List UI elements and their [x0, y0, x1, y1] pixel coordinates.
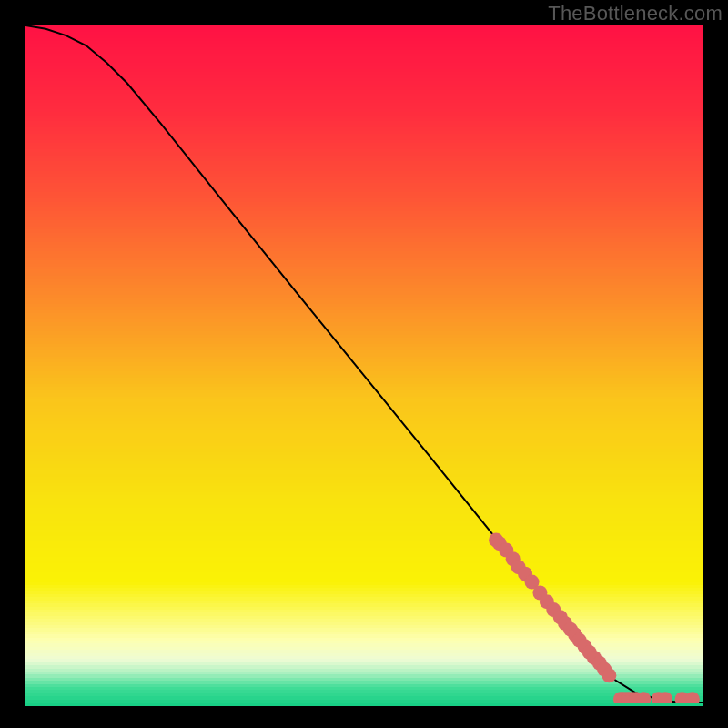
chart-frame: TheBottleneck.com — [0, 0, 728, 728]
chart-svg — [25, 25, 703, 703]
data-point — [685, 692, 700, 703]
main-curve — [25, 25, 703, 703]
watermark-text: TheBottleneck.com — [548, 2, 723, 25]
data-point — [602, 668, 616, 682]
plot-area — [25, 25, 703, 703]
